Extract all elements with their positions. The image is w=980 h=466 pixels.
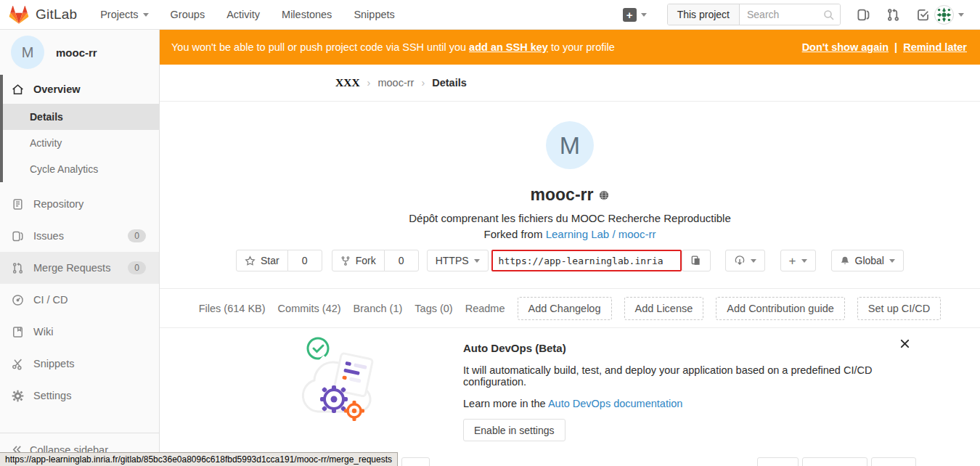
document-icon [12, 198, 24, 210]
nav-snippets[interactable]: Snippets [354, 9, 394, 20]
nav-projects[interactable]: Projects [100, 9, 148, 20]
issues-icon [12, 230, 24, 242]
merge-request-icon [12, 262, 24, 274]
files-link[interactable]: Files (614 KB) [199, 303, 266, 314]
sidebar-item-merge-requests[interactable]: Merge Requests 0 [0, 252, 159, 284]
nav-activity[interactable]: Activity [226, 9, 260, 20]
sidebar-item-wiki[interactable]: Wiki [0, 316, 159, 348]
enable-in-settings-button[interactable]: Enable in settings [463, 419, 565, 441]
star-button[interactable]: Star [236, 250, 288, 271]
partial-button[interactable] [802, 457, 867, 466]
search-icon [823, 9, 835, 21]
nav-groups[interactable]: Groups [171, 9, 205, 20]
banner-text: You won't be able to pull or push projec… [171, 41, 466, 53]
overview-group: Overview Details Activity Cycle Analytic… [0, 75, 159, 182]
fork-button[interactable]: Fork [332, 250, 385, 271]
sidebar-item-settings[interactable]: Settings [0, 380, 159, 412]
devops-title: Auto DevOps (Beta) [463, 342, 911, 354]
project-avatar-large: M [546, 121, 594, 169]
breadcrumb: XXX › mooc-rr › Details [335, 76, 467, 89]
sidebar-item-ci-cd[interactable]: CI / CD [0, 284, 159, 316]
plus-square-icon: + [623, 8, 637, 22]
breadcrumb-project[interactable]: mooc-rr [377, 77, 414, 89]
remind-later-link[interactable]: Remind later [903, 41, 967, 53]
project-actions: Star 0 Fork 0 HTTPS [160, 250, 980, 271]
todos-icon[interactable] [916, 8, 930, 22]
breadcrumb-group[interactable]: XXX [335, 76, 360, 89]
sidebar-item-details[interactable]: Details [0, 104, 159, 130]
commits-link[interactable]: Commits (42) [278, 303, 341, 314]
globe-icon [599, 190, 609, 200]
download-dropdown[interactable] [725, 250, 765, 271]
sidebar-item-repository[interactable]: Repository [0, 188, 159, 220]
nav-milestones[interactable]: Milestones [282, 9, 332, 20]
issues-dashboard-icon[interactable] [857, 8, 870, 22]
fork-icon [340, 256, 351, 266]
book-icon [12, 326, 24, 338]
gauge-icon [12, 294, 24, 306]
merge-requests-count-badge: 0 [128, 261, 146, 274]
bell-icon [840, 256, 850, 266]
project-avatar: M [11, 36, 44, 69]
chevron-down-icon [474, 259, 480, 263]
scissors-icon [12, 358, 24, 370]
notification-dropdown[interactable]: Global [831, 250, 904, 271]
gitlab-logo[interactable]: GitLab [0, 4, 87, 25]
sidebar-item-issues[interactable]: Issues 0 [0, 220, 159, 252]
new-menu-button[interactable]: + [623, 8, 647, 22]
banner-separator: | [894, 41, 897, 53]
navbar-right: + This project [623, 4, 980, 25]
project-title: mooc-rr [531, 185, 594, 205]
close-icon[interactable] [900, 339, 910, 348]
readme-link[interactable]: Readme [465, 303, 505, 314]
copy-url-button[interactable] [682, 250, 711, 271]
search-scope-label: This project [668, 4, 740, 25]
partial-button[interactable] [757, 457, 799, 466]
main-content: XXX › mooc-rr › Details M mooc-rr Dépôt … [160, 65, 980, 466]
tags-link[interactable]: Tags (0) [415, 303, 452, 314]
breadcrumb-page: Details [432, 77, 467, 89]
new-item-dropdown[interactable]: + [780, 250, 816, 271]
chevron-down-icon [751, 259, 756, 263]
sidebar-project-name: mooc-rr [56, 46, 97, 59]
dont-show-again-link[interactable]: Don't show again [802, 41, 889, 53]
user-avatar [934, 5, 954, 25]
plus-icon: + [789, 255, 796, 267]
fork-count[interactable]: 0 [384, 250, 419, 271]
brand-name: GitLab [36, 7, 77, 23]
user-menu[interactable] [934, 5, 964, 25]
protocol-dropdown[interactable]: HTTPS [427, 250, 489, 271]
gear-icon [12, 390, 24, 402]
sidebar-item-overview[interactable]: Overview [0, 75, 159, 104]
merge-requests-dashboard-icon[interactable] [886, 8, 900, 22]
branch-link[interactable]: Branch (1) [354, 303, 403, 314]
sidebar-project-header[interactable]: M mooc-rr [0, 30, 159, 75]
chevron-right-icon: › [421, 77, 425, 89]
project-sidebar: M mooc-rr Overview Details Activity Cycl… [0, 30, 160, 466]
partial-button[interactable] [401, 457, 430, 466]
sidebar-item-cycle-analytics[interactable]: Cycle Analytics [0, 156, 159, 182]
sidebar-item-snippets[interactable]: Snippets [0, 348, 159, 380]
add-changelog-button[interactable]: Add Changelog [518, 297, 612, 320]
sidebar-item-activity[interactable]: Activity [0, 130, 159, 156]
add-ssh-key-link[interactable]: add an SSH key [469, 41, 548, 53]
devops-body: It will automatically build, test, and d… [463, 364, 911, 388]
issues-count-badge: 0 [128, 229, 146, 242]
top-navbar: GitLab Projects Groups Activity Mileston… [0, 0, 980, 30]
breadcrumb-bar: XXX › mooc-rr › Details [160, 65, 980, 102]
add-license-button[interactable]: Add License [624, 297, 704, 320]
add-contribution-guide-button[interactable]: Add Contribution guide [716, 297, 845, 320]
project-header: M mooc-rr Dépôt comprenant les fichiers … [160, 102, 980, 289]
project-description: Dépôt comprenant les fichiers du MOOC Re… [160, 212, 980, 224]
setup-cicd-button[interactable]: Set up CI/CD [857, 297, 941, 320]
forked-from-text: Forked from [484, 228, 543, 240]
clone-url-input[interactable] [491, 250, 682, 271]
star-count[interactable]: 0 [287, 250, 322, 271]
chevron-down-icon [641, 13, 647, 17]
tanuki-icon [9, 4, 29, 25]
banner-text-after: to your profile [551, 41, 615, 53]
devops-doc-link[interactable]: Auto DevOps documentation [548, 398, 682, 409]
devops-illustration [296, 335, 383, 424]
partial-button[interactable] [871, 457, 916, 466]
forked-from-link[interactable]: Learning Lab / mooc-rr [546, 228, 656, 240]
